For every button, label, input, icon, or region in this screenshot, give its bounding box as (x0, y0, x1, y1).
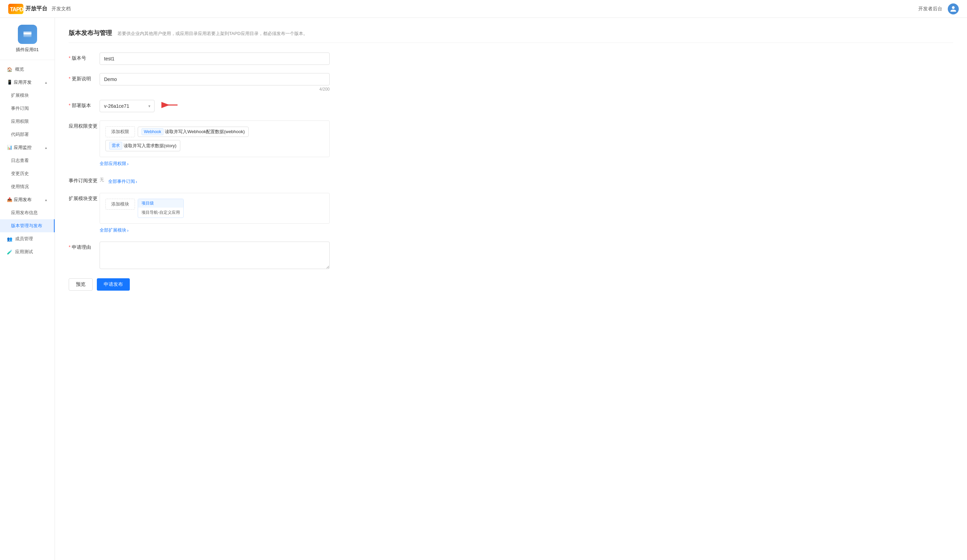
page-title: 版本发布与管理 (69, 30, 112, 36)
perm-category-2: 需求 (109, 142, 122, 150)
main-content: 版本发布与管理 若要供企业内其他用户使用，或应用目录应用若要上架到TAPD应用目… (55, 18, 967, 560)
version-input[interactable] (100, 53, 330, 65)
deploy-row: 部署版本 v-26a1ce71 (69, 100, 330, 112)
sidebar-label-usage: 使用情况 (11, 184, 29, 190)
reason-label: 申请理由 (69, 242, 100, 250)
svg-rect-3 (23, 31, 31, 33)
module-value-1: 项目导航-自定义应用 (142, 210, 180, 215)
submit-btn[interactable]: 申请发布 (97, 278, 130, 291)
update-control: 4/200 (100, 73, 330, 92)
sidebar-label-extension: 扩展模块 (11, 92, 29, 99)
sidebar-label-changehistory: 变更历史 (11, 171, 29, 177)
sidebar-label-codedeploy: 代码部署 (11, 132, 29, 138)
update-row: 更新说明 4/200 (69, 73, 330, 92)
reason-textarea[interactable] (100, 242, 330, 269)
sidebar-item-appmonitor[interactable]: 📊 应用监控 ▲ (0, 141, 54, 154)
sidebar-item-apptest[interactable]: 🧪 应用测试 (0, 245, 54, 259)
perm-tags: 添加权限 Webhook 读取并写入Webhook配置数据(webhook) 需… (106, 126, 324, 152)
preview-btn[interactable]: 预览 (69, 278, 93, 291)
header-right: 开发者后台 (918, 3, 959, 15)
deploy-select[interactable]: v-26a1ce71 (100, 100, 155, 112)
sidebar-label-publishinfo: 应用发布信息 (11, 210, 38, 216)
layout: 插件应用01 🏠 概览 📱 应用开发 ▲ 扩展模块 事件订阅 应用权限 代码部署 (0, 18, 967, 560)
sidebar-label-logview: 日志查看 (11, 158, 29, 164)
user-avatar[interactable] (948, 3, 959, 15)
sidebar-item-codedeploy[interactable]: 代码部署 (0, 128, 54, 141)
sidebar-label-membermanage: 成员管理 (15, 236, 33, 242)
svg-text:TAPD: TAPD (10, 7, 23, 12)
add-perm-btn[interactable]: 添加权限 (106, 126, 135, 137)
platform-title: 开放平台 (25, 5, 47, 12)
version-row: 版本号 (69, 53, 330, 65)
tapd-logo-icon: TAPD (8, 4, 23, 14)
module-label: 扩展模块变更 (69, 193, 100, 202)
sidebar-item-eventsub[interactable]: 事件订阅 (0, 102, 54, 115)
reason-row: 申请理由 (69, 242, 330, 270)
update-label: 更新说明 (69, 73, 100, 82)
event-value-row: 无 全部事件订阅 (100, 175, 330, 184)
btn-row: 预览 申请发布 (69, 278, 330, 291)
module-row: 扩展模块变更 添加模块 项目级 项目导航-自定义应用 (69, 193, 330, 233)
arrow-indicator (158, 101, 179, 111)
perm-value-2: 读取并写入需求数据(story) (124, 143, 177, 149)
page-header: 版本发布与管理 若要供企业内其他用户使用，或应用目录应用若要上架到TAPD应用目… (69, 29, 953, 43)
page-subtitle: 若要供企业内其他用户使用，或应用目录应用若要上架到TAPD应用目录，都必须发布一… (117, 31, 308, 36)
home-icon: 🏠 (7, 67, 12, 72)
event-label: 事件订阅变更 (69, 175, 100, 184)
svg-rect-5 (23, 36, 31, 37)
deploy-select-row: v-26a1ce71 (100, 100, 330, 112)
header: TAPD 开放平台 开发文档 开发者后台 (0, 0, 967, 18)
event-control: 无 全部事件订阅 (100, 175, 330, 184)
sidebar-label-eventsub: 事件订阅 (11, 105, 29, 112)
sidebar: 插件应用01 🏠 概览 📱 应用开发 ▲ 扩展模块 事件订阅 应用权限 代码部署 (0, 18, 55, 560)
all-perm-link[interactable]: 全部应用权限 (100, 161, 129, 167)
sidebar-item-membermanage[interactable]: 👥 成员管理 (0, 232, 54, 245)
dev-center-btn[interactable]: 开发者后台 (918, 6, 942, 12)
header-left: TAPD 开放平台 开发文档 (8, 4, 71, 14)
deploy-label: 部署版本 (69, 100, 100, 109)
app-publish-label: 📤 应用发布 (7, 197, 31, 203)
sidebar-item-publishinfo[interactable]: 应用发布信息 (0, 206, 54, 219)
sidebar-item-apppublish[interactable]: 📤 应用发布 ▲ (0, 193, 54, 206)
app-monitor-label: 📊 应用监控 (7, 145, 31, 151)
sidebar-label-apptest: 应用测试 (15, 249, 33, 255)
perm-control: 添加权限 Webhook 读取并写入Webhook配置数据(webhook) 需… (100, 120, 330, 167)
perm-value-1: 读取并写入Webhook配置数据(webhook) (165, 128, 244, 135)
app-info: 插件应用01 (0, 25, 54, 60)
module-box: 添加模块 项目级 项目导航-自定义应用 (100, 193, 330, 224)
chevron-up-icon-3: ▲ (44, 198, 48, 202)
app-name: 插件应用01 (16, 47, 38, 53)
sidebar-item-logview[interactable]: 日志查看 (0, 154, 54, 167)
chevron-up-icon: ▲ (44, 81, 48, 84)
sidebar-item-overview[interactable]: 🏠 概览 (0, 63, 54, 76)
perm-tag-2: 需求 读取并写入需求数据(story) (106, 140, 180, 152)
nav-doc[interactable]: 开发文档 (51, 6, 71, 12)
module-tags: 添加模块 项目级 项目导航-自定义应用 (106, 199, 324, 218)
module-card-header-1: 项目级 (138, 199, 183, 208)
add-module-btn[interactable]: 添加模块 (106, 199, 135, 210)
member-icon: 👥 (7, 236, 12, 242)
svg-rect-2 (23, 33, 31, 34)
sidebar-item-appperm[interactable]: 应用权限 (0, 115, 54, 128)
app-icon (18, 25, 37, 44)
update-input[interactable] (100, 73, 330, 86)
monitor-icon: 📊 (7, 145, 12, 150)
version-label: 版本号 (69, 53, 100, 61)
reason-control (100, 242, 330, 270)
chevron-up-icon-2: ▲ (44, 146, 48, 150)
perm-tag-1: Webhook 读取并写入Webhook配置数据(webhook) (138, 127, 249, 137)
perm-row: 应用权限变更 添加权限 Webhook 读取并写入Webhook配置数据(web… (69, 120, 330, 167)
all-module-link[interactable]: 全部扩展模块 (100, 227, 129, 233)
sidebar-item-versionmanage[interactable]: 版本管理与发布 (0, 219, 54, 232)
event-row: 事件订阅变更 无 全部事件订阅 (69, 175, 330, 184)
sidebar-item-extension[interactable]: 扩展模块 (0, 89, 54, 102)
module-category-1: 项目级 (142, 200, 154, 206)
all-event-link[interactable]: 全部事件订阅 (108, 178, 137, 184)
sidebar-item-changehistory[interactable]: 变更历史 (0, 167, 54, 180)
deploy-control: v-26a1ce71 (100, 100, 330, 112)
appdev-icon: 📱 (7, 80, 12, 85)
sidebar-item-appdev[interactable]: 📱 应用开发 ▲ (0, 76, 54, 89)
test-icon: 🧪 (7, 249, 12, 255)
sidebar-item-usage[interactable]: 使用情况 (0, 180, 54, 193)
perm-box: 添加权限 Webhook 读取并写入Webhook配置数据(webhook) 需… (100, 120, 330, 157)
